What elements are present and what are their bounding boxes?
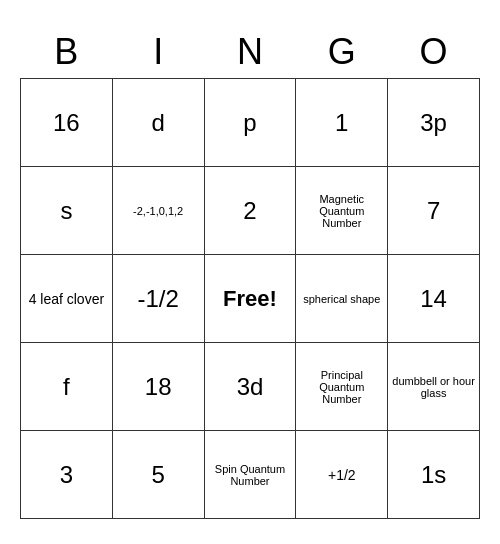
cell-r4-c4: 1s (388, 431, 480, 519)
cell-r1-c2: 2 (204, 167, 296, 255)
cell-r1-c3: Magnetic Quantum Number (296, 167, 388, 255)
cell-r2-c1: -1/2 (112, 255, 204, 343)
cell-r1-c1: -2,-1,0,1,2 (112, 167, 204, 255)
cell-r2-c2: Free! (204, 255, 296, 343)
cell-r3-c0: f (21, 343, 113, 431)
cell-r4-c1: 5 (112, 431, 204, 519)
table-row: 35Spin Quantum Number+1/21s (21, 431, 480, 519)
cell-r2-c0: 4 leaf clover (21, 255, 113, 343)
table-row: s-2,-1,0,1,22Magnetic Quantum Number7 (21, 167, 480, 255)
cell-r3-c1: 18 (112, 343, 204, 431)
cell-r0-c3: 1 (296, 79, 388, 167)
cell-r2-c3: spherical shape (296, 255, 388, 343)
header-o: O (388, 25, 480, 79)
cell-r0-c4: 3p (388, 79, 480, 167)
cell-r2-c4: 14 (388, 255, 480, 343)
header-g: G (296, 25, 388, 79)
cell-r4-c2: Spin Quantum Number (204, 431, 296, 519)
cell-r0-c0: 16 (21, 79, 113, 167)
table-row: f183dPrincipal Quantum Numberdumbbell or… (21, 343, 480, 431)
header-n: N (204, 25, 296, 79)
table-row: 4 leaf clover-1/2Free!spherical shape14 (21, 255, 480, 343)
cell-r1-c0: s (21, 167, 113, 255)
cell-r4-c0: 3 (21, 431, 113, 519)
header-b: B (21, 25, 113, 79)
cell-r3-c3: Principal Quantum Number (296, 343, 388, 431)
cell-r1-c4: 7 (388, 167, 480, 255)
cell-r3-c2: 3d (204, 343, 296, 431)
bingo-card: B I N G O 16dp13ps-2,-1,0,1,22Magnetic Q… (20, 25, 480, 520)
cell-r4-c3: +1/2 (296, 431, 388, 519)
header-i: I (112, 25, 204, 79)
cell-r0-c1: d (112, 79, 204, 167)
cell-r3-c4: dumbbell or hour glass (388, 343, 480, 431)
cell-r0-c2: p (204, 79, 296, 167)
table-row: 16dp13p (21, 79, 480, 167)
